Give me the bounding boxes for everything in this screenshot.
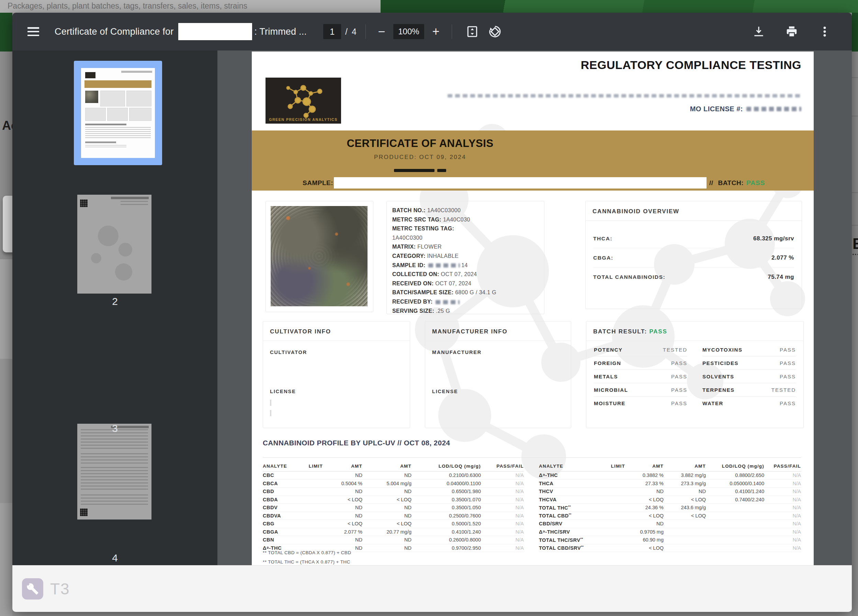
overview-label: TOTAL CANNABINOIDS: (593, 274, 665, 280)
batch-result-item: MICROBIALPASS (594, 383, 687, 397)
batch-info-label: MATRIX: (392, 244, 417, 250)
sample-photo-box (266, 201, 373, 312)
value-cell: 0.2500/0.7600 (412, 513, 481, 518)
page-thumbnail-3[interactable] (77, 424, 151, 520)
document-title: Certificate of Compliance for : Trimmed … (54, 23, 307, 40)
value-cell: ND (323, 472, 362, 478)
batch-info-value: 6800 G / 34.1 G (455, 289, 496, 295)
passfail-cell: N/A (481, 497, 524, 502)
result-value: TESTED (771, 387, 796, 393)
batch-result-item: SOLVENTSPASS (703, 370, 796, 383)
result-value: PASS (780, 360, 796, 366)
value-cell: 0.04000/0.1100 (412, 481, 481, 486)
background-header-strip: Packages, plants, plant batches, tags, t… (0, 0, 381, 13)
sample-slashes: // (709, 179, 713, 187)
print-icon[interactable] (785, 25, 798, 38)
redacted-value (428, 263, 460, 267)
result-value: TESTED (663, 347, 687, 353)
batch-result-item: MYCOTOXINSPASS (703, 343, 796, 357)
analyte-cell: TOTAL THC** (539, 505, 592, 510)
value-cell: 0.4100/1.240 (412, 529, 481, 535)
page-number-input[interactable]: 1 (323, 24, 341, 39)
value-cell: ND (625, 521, 664, 526)
batch-info-row: COLLECTED ON: OCT 07, 2024 (392, 270, 544, 279)
value-cell: 24.36 % (625, 505, 664, 510)
profile-section-title: CANNABINOID PROFILE BY UPLC-UV // OCT 08… (263, 439, 450, 447)
batch-result-item: WATERPASS (703, 397, 796, 410)
passfail-cell: N/A (481, 481, 524, 486)
analyte-cell: CBDA (263, 497, 293, 502)
zoom-level-input[interactable]: 100% (393, 24, 424, 39)
produced-date: PRODUCED: OCT 09, 2024 (289, 154, 550, 161)
column-header: AMT (323, 464, 362, 469)
tools-icon (22, 578, 43, 599)
analyte-cell: CBN (263, 537, 293, 543)
result-value: PASS (671, 360, 687, 366)
value-cell: ND (362, 545, 412, 551)
toolbar-divider (452, 24, 452, 39)
cultivator-label: CULTIVATOR (270, 349, 307, 355)
background-right-divider (852, 116, 858, 116)
table-header-row: ANALYTELIMITAMTAMTLOD/LOQ (mg/g)PASS/FAI… (263, 461, 524, 472)
thumbnail-sidebar[interactable]: 1 2 3 (12, 50, 218, 565)
table-row: THCVA< LOQ< LOQ0.7400/2.240N/A (539, 496, 801, 504)
manufacturer-license-label: LICENSE (432, 389, 458, 394)
batch-result-title: BATCH RESULT: PASS (586, 321, 804, 335)
batch-result-item: MOISTUREPASS (594, 397, 687, 410)
batch-info-label: RECEIVED BY: (392, 299, 434, 304)
passfail-cell: N/A (481, 545, 524, 551)
table-row: THCA27.33 %273.3 mg/g0.05000/0.1400N/A (539, 480, 801, 488)
value-cell: < LOQ (362, 521, 412, 526)
value-cell: 0.8800/2.650 (706, 472, 764, 478)
passfail-cell: N/A (481, 521, 524, 526)
page-thumbnail-1[interactable] (74, 61, 162, 165)
value-cell: 2.077 % (323, 529, 362, 535)
value-cell: 0.5004 % (323, 481, 362, 486)
batch-info-label: SAMPLE ID: (392, 262, 427, 268)
batch-info-row: SERVING SIZE: .25 G (392, 307, 544, 316)
menu-icon[interactable] (28, 27, 39, 36)
batch-info-value: FLOWER (417, 244, 442, 250)
batch-info-label: SERVING SIZE: (392, 308, 436, 314)
pdf-page-1: REGULATORY COMPLIANCE TESTING (252, 51, 814, 565)
table-row: CBDA< LOQ< LOQ0.3500/1.070N/A (263, 496, 524, 504)
background-right-text-snippet: B (852, 235, 858, 255)
batch-info-value: 1A40C030 (443, 217, 470, 222)
table-row: TOTAL THC/SRV**60.90 mgN/A (539, 536, 801, 544)
column-header: LIMIT (293, 464, 323, 469)
zoom-out-button[interactable]: − (375, 24, 389, 39)
analyte-cell: CBC (263, 472, 293, 478)
analyte-cell: CBD/SRV (539, 521, 592, 526)
download-icon[interactable] (752, 25, 765, 38)
zoom-in-button[interactable]: + (429, 24, 443, 39)
value-cell: 0.3882 % (625, 472, 664, 478)
table-row: CBCA0.5004 %5.004 mg/g0.04000/0.1100N/A (263, 480, 524, 488)
page-thumbnail-2[interactable] (77, 195, 151, 293)
batch-info-row: BATCH/SAMPLE SIZE: 6800 G / 34.1 G (392, 288, 544, 297)
rotate-icon[interactable] (488, 25, 502, 38)
column-header: AMT (664, 464, 706, 469)
value-cell: 273.3 mg/g (664, 481, 706, 486)
batch-result-box: BATCH RESULT: PASS POTENCYTESTEDFOREIGNP… (586, 321, 804, 428)
cultivator-title: CULTIVATOR INFO (263, 321, 410, 335)
value-cell: 3.882 mg/g (664, 472, 706, 478)
batch-result-item: FOREIGNPASS (594, 357, 687, 370)
value-cell: 60.90 mg (625, 537, 664, 543)
result-label: MICROBIAL (594, 387, 628, 393)
batch-result-item: TERPENESTESTED (703, 383, 796, 397)
more-options-icon[interactable] (818, 25, 831, 38)
value-cell: ND (362, 513, 412, 518)
batch-info-value: OCT 07, 2024 (435, 281, 471, 286)
passfail-cell: N/A (764, 472, 801, 478)
batch-info-value: INHALABLE (427, 253, 459, 259)
thumbnail-3-label: 3 (12, 423, 218, 434)
value-cell: ND (362, 489, 412, 494)
batch-info-label: CATEGORY: (392, 253, 427, 259)
background-left-row (0, 259, 12, 359)
table-header-row: ANALYTELIMITAMTAMTLOD/LOQ (mg/g)PASS/FAI… (539, 461, 801, 472)
batch-info-row: METRC TESTING TAG: 1A40C0300 (392, 224, 544, 242)
value-cell: < LOQ (323, 521, 362, 526)
document-header-title: REGULATORY COMPLIANCE TESTING (581, 58, 801, 72)
fit-to-page-icon[interactable] (466, 25, 479, 38)
value-cell: 0.3500/1.070 (412, 497, 481, 502)
